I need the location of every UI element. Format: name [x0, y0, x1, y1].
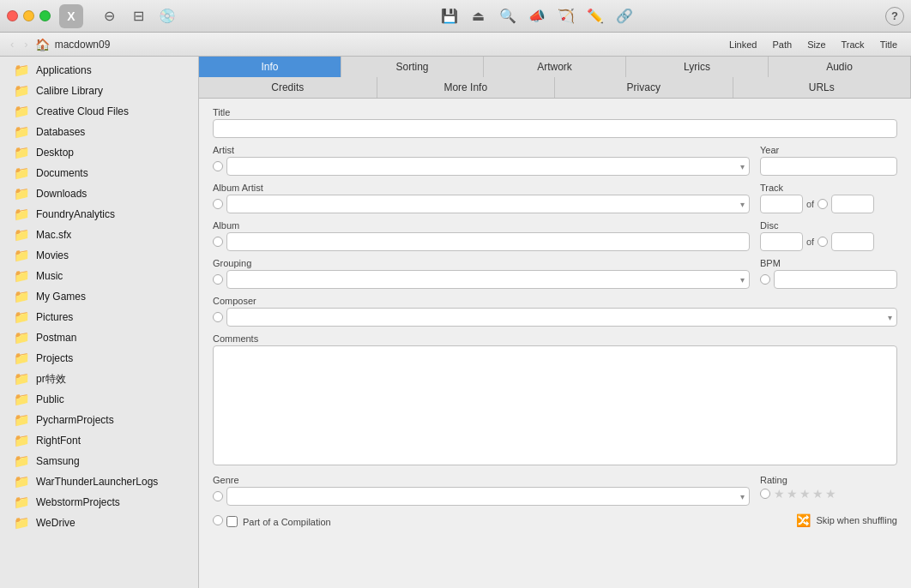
disc-total-input[interactable]	[831, 232, 874, 251]
star-4[interactable]: ★	[812, 487, 824, 501]
sidebar-item-pictures[interactable]: 📁 Pictures	[3, 307, 195, 327]
col-track[interactable]: Track	[835, 38, 872, 51]
col-size[interactable]: Size	[800, 38, 832, 51]
app-icon: X	[59, 4, 83, 28]
close-button[interactable]	[7, 10, 18, 21]
megaphone-icon[interactable]: 📣	[523, 4, 551, 28]
star-2[interactable]: ★	[787, 487, 798, 501]
compilation-checkbox[interactable]	[226, 516, 238, 527]
grouping-radio[interactable]	[213, 274, 223, 285]
sidebar-item-label: FoundryAnalytics	[36, 208, 115, 220]
minus-icon[interactable]: ⊖	[95, 4, 123, 28]
sidebar-item-mygames[interactable]: 📁 My Games	[3, 286, 195, 307]
sidebar-item-music[interactable]: 📁 Music	[3, 266, 195, 286]
grouping-select[interactable]	[226, 270, 750, 289]
sidebar-item-projects[interactable]: 📁 Projects	[3, 348, 195, 369]
eject-icon[interactable]: ⏏	[465, 4, 492, 28]
sidebar-item-webstorm[interactable]: 📁 WebstormProjects	[3, 492, 195, 513]
compilation-label: Part of a Compilation	[243, 517, 331, 527]
back-button[interactable]: ‹	[7, 38, 17, 51]
sidebar-item-databases[interactable]: 📁 Databases	[3, 122, 195, 142]
sidebar-item-downloads[interactable]: 📁 Downloads	[3, 183, 195, 204]
composer-radio[interactable]	[213, 312, 223, 322]
tab-artwork[interactable]: Artwork	[484, 57, 626, 77]
sidebar-item-foundry[interactable]: 📁 FoundryAnalytics	[3, 204, 195, 225]
sidebar-item-samsung[interactable]: 📁 Samsung	[3, 451, 195, 471]
genre-select[interactable]	[226, 487, 750, 506]
album-artist-select[interactable]	[226, 195, 750, 213]
genre-radio[interactable]	[213, 491, 223, 501]
disc-number-input[interactable]	[760, 232, 803, 251]
sidebar-item-warthunder[interactable]: 📁 WarThunderLauncherLogs	[3, 471, 195, 492]
track-total-input[interactable]	[831, 195, 874, 213]
cursor-icon[interactable]: 🏹	[552, 4, 580, 28]
album-artist-radio[interactable]	[213, 199, 223, 209]
help-button[interactable]: ?	[885, 7, 904, 26]
sidebar-item-creative-cloud[interactable]: 📁 Creative Cloud Files	[3, 101, 195, 122]
sidebar-item-movies[interactable]: 📁 Movies	[3, 245, 195, 266]
tab-sorting[interactable]: Sorting	[341, 57, 484, 77]
tab-rows: Info Sorting Artwork Lyrics Audio Credit…	[199, 57, 911, 98]
sidebar-item-macsfx[interactable]: 📁 Mac.sfx	[3, 225, 195, 245]
compilation-radio[interactable]	[213, 515, 223, 525]
stripe-icon[interactable]: ⊟	[124, 4, 152, 28]
sidebar-item-public[interactable]: 📁 Public	[3, 389, 195, 410]
composer-field-row	[213, 308, 897, 327]
disc-icon[interactable]: 💿	[154, 4, 181, 28]
year-input[interactable]	[760, 157, 897, 176]
save-icon[interactable]: 💾	[436, 4, 463, 28]
tab-audio[interactable]: Audio	[769, 57, 911, 77]
sidebar-item-calibre[interactable]: 📁 Calibre Library	[3, 81, 195, 101]
toolbar: ⊖ ⊟ 💿	[95, 4, 181, 28]
sidebar-item-documents[interactable]: 📁 Documents	[3, 163, 195, 183]
album-col: Album	[213, 220, 750, 251]
sidebar-item-label: WeDrive	[36, 517, 75, 529]
col-path[interactable]: Path	[765, 38, 799, 51]
album-radio[interactable]	[213, 237, 223, 247]
tab-credits[interactable]: Credits	[199, 77, 377, 98]
sidebar-item-pr[interactable]: 📁 pr特效	[3, 369, 195, 389]
bpm-radio[interactable]	[760, 274, 770, 285]
maximize-button[interactable]	[39, 10, 51, 21]
star-5[interactable]: ★	[825, 487, 836, 501]
col-title[interactable]: Title	[873, 38, 904, 51]
rating-radio[interactable]	[760, 489, 770, 499]
composer-select[interactable]	[226, 308, 897, 327]
sidebar-item-pycharm[interactable]: 📁 PycharmProjects	[3, 410, 195, 430]
bpm-col: BPM	[760, 258, 897, 289]
sidebar-item-applications[interactable]: 📁 Applications	[3, 60, 195, 81]
title-row: Title	[213, 107, 897, 138]
comments-textarea[interactable]	[213, 345, 897, 465]
minimize-button[interactable]	[23, 10, 34, 21]
sidebar-item-label: Databases	[36, 126, 85, 138]
sidebar-item-label: Public	[36, 393, 64, 405]
genre-rating-section: Genre Rating ★	[213, 475, 897, 506]
track-of-radio[interactable]	[817, 199, 828, 209]
star-1[interactable]: ★	[774, 487, 785, 501]
tab-info[interactable]: Info	[199, 57, 341, 77]
link-icon[interactable]: 🔗	[611, 4, 638, 28]
sidebar-item-desktop[interactable]: 📁 Desktop	[3, 142, 195, 163]
title-input[interactable]	[213, 119, 897, 138]
col-linked[interactable]: Linked	[722, 38, 763, 51]
bpm-input[interactable]	[774, 270, 897, 289]
star-rating[interactable]: ★ ★ ★ ★ ★	[774, 487, 836, 501]
sidebar-item-rightfont[interactable]: 📁 RightFont	[3, 430, 195, 451]
magnify-icon[interactable]: 🔍	[494, 4, 522, 28]
disc-of-radio[interactable]	[817, 237, 828, 247]
tab-privacy[interactable]: Privacy	[555, 77, 733, 98]
star-3[interactable]: ★	[799, 487, 811, 501]
pencil-icon[interactable]: ✏️	[582, 4, 609, 28]
sidebar-item-postman[interactable]: 📁 Postman	[3, 327, 195, 348]
artist-select[interactable]	[226, 157, 750, 176]
folder-icon: 📁	[14, 433, 30, 448]
track-number-input[interactable]	[760, 195, 803, 213]
album-input[interactable]	[226, 232, 750, 251]
tab-more-info[interactable]: More Info	[377, 77, 556, 98]
tab-urls[interactable]: URLs	[733, 77, 912, 98]
forward-button[interactable]: ›	[21, 38, 31, 51]
artist-radio[interactable]	[213, 161, 223, 171]
sidebar-item-wedrive[interactable]: 📁 WeDrive	[3, 513, 195, 533]
bpm-field-row	[760, 270, 897, 289]
tab-lyrics[interactable]: Lyrics	[626, 57, 769, 77]
